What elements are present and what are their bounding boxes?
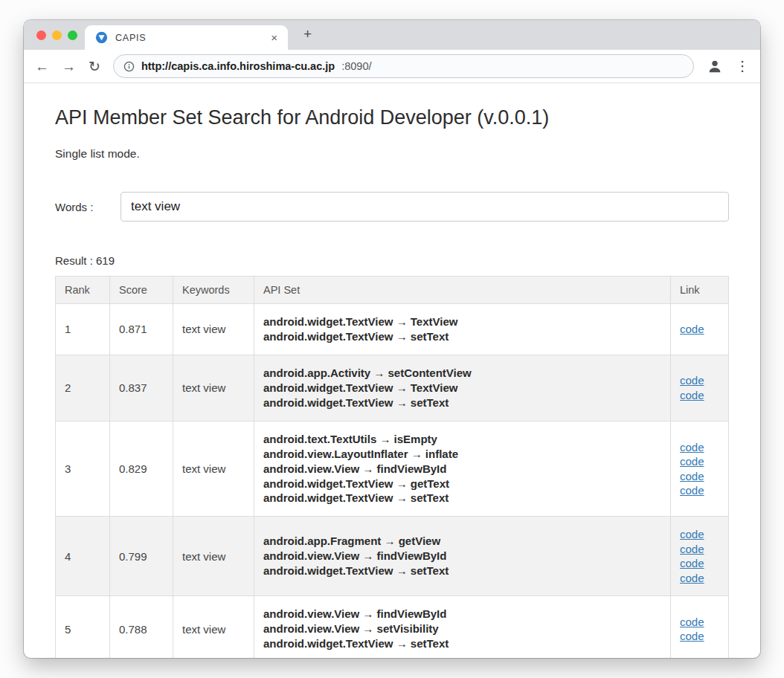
window-zoom-button[interactable] [68,30,77,40]
link-cell: code [671,304,729,355]
api-set-cell: android.app.Fragment → getView android.v… [254,517,671,596]
table-row: 3 0.829 text view android.text.TextUtils… [56,421,729,517]
link-cell: code code [671,596,729,658]
api-set-line: android.view.View → findViewById [263,549,661,564]
api-set-line: android.widget.TextView → setText [263,636,661,651]
api-set-line: android.widget.TextView → setText [263,564,661,578]
score-cell: 0.788 [110,596,173,658]
code-link[interactable]: code [680,322,719,337]
page-title: API Member Set Search for Android Develo… [55,106,729,129]
api-set-line: android.text.TextUtils → isEmpty [263,432,661,447]
table-row: 1 0.871 text view android.widget.TextVie… [56,304,729,355]
code-link[interactable]: code [680,483,719,498]
table-row: 5 0.788 text view android.view.View → fi… [56,596,729,658]
new-tab-button[interactable]: + [301,26,315,42]
code-link[interactable]: code [680,373,719,388]
code-link[interactable]: code [680,454,719,469]
link-cell: code code [671,355,729,421]
browser-window: CAPIS × + ← → ↻ http://capis.ca.info.hir… [24,20,760,658]
keywords-cell: text view [173,421,254,517]
result-count: Result : 619 [55,254,729,267]
site-info-icon[interactable] [123,61,135,72]
keywords-cell: text view [173,517,254,596]
code-link[interactable]: code [680,388,719,403]
browser-menu-icon[interactable]: ⋮ [736,59,749,73]
address-bar[interactable]: http://capis.ca.info.hiroshima-cu.ac.jp … [113,54,694,78]
col-header-rank: Rank [56,277,110,304]
api-set-line: android.widget.TextView → setText [263,396,661,410]
mode-text: Single list mode. [55,147,729,161]
search-form: Words : [55,192,729,222]
api-set-line: android.app.Activity → setContentView [263,366,661,381]
code-link[interactable]: code [680,629,719,644]
link-cell: code code code code [671,517,729,596]
api-set-cell: android.widget.TextView → TextView andro… [254,304,671,355]
api-set-line: android.view.View → setVisibility [263,622,661,636]
table-row: 4 0.799 text view android.app.Fragment →… [56,517,729,596]
api-set-line: android.view.View → findViewById [263,607,661,622]
table-row: 2 0.837 text view android.app.Activity →… [56,355,729,421]
code-link[interactable]: code [680,440,719,455]
score-cell: 0.837 [110,355,173,421]
url-port: :8090/ [341,60,371,72]
api-set-line: android.app.Fragment → getView [263,534,661,549]
capis-favicon-icon [95,31,108,44]
api-set-line: android.widget.TextView → getText [263,477,661,491]
api-set-cell: android.app.Activity → setContentView an… [254,355,671,421]
keywords-cell: text view [173,355,254,421]
tab-capis[interactable]: CAPIS × [85,25,288,50]
code-link[interactable]: code [680,615,719,630]
reload-button[interactable]: ↻ [89,59,100,74]
keywords-cell: text view [173,304,254,355]
api-set-line: android.view.View → findViewById [263,462,661,477]
results-table: Rank Score Keywords API Set Link 1 0.871… [55,276,729,658]
tab-close-icon[interactable]: × [268,31,280,44]
rank-cell: 2 [56,355,110,421]
score-cell: 0.799 [110,517,173,596]
api-set-line: android.widget.TextView → setText [263,491,661,506]
words-label: Words : [55,201,121,213]
code-link[interactable]: code [680,542,719,557]
col-header-score: Score [110,277,173,304]
url-host: http://capis.ca.info.hiroshima-cu.ac.jp [141,60,335,72]
window-minimize-button[interactable] [52,30,62,40]
forward-button[interactable]: → [62,59,76,74]
col-header-keywords: Keywords [173,277,254,304]
code-link[interactable]: code [680,527,719,542]
rank-cell: 4 [56,517,110,596]
words-input[interactable] [121,192,729,222]
code-link[interactable]: code [680,556,719,571]
score-cell: 0.829 [110,421,173,517]
rank-cell: 1 [56,304,110,355]
profile-avatar-icon[interactable] [707,58,723,74]
api-set-cell: android.text.TextUtils → isEmpty android… [254,421,671,517]
code-link[interactable]: code [680,469,719,484]
table-header-row: Rank Score Keywords API Set Link [56,277,729,304]
api-set-line: android.widget.TextView → TextView [263,381,661,396]
api-set-line: android.widget.TextView → TextView [263,314,661,329]
page-content: API Member Set Search for Android Develo… [24,106,760,658]
score-cell: 0.871 [110,304,173,355]
browser-toolbar: ← → ↻ http://capis.ca.info.hiroshima-cu.… [24,50,760,83]
window-controls [36,30,77,40]
col-header-link: Link [671,277,729,304]
code-link[interactable]: code [680,571,719,586]
api-set-line: android.view.LayoutInflater → inflate [263,447,661,462]
keywords-cell: text view [173,596,254,658]
tab-title: CAPIS [115,33,147,43]
api-set-cell: android.view.View → findViewById android… [254,596,671,658]
link-cell: code code code code [671,421,729,517]
col-header-api-set: API Set [254,277,671,304]
rank-cell: 3 [56,421,110,517]
back-button[interactable]: ← [35,59,49,74]
tab-strip: CAPIS × + [24,20,760,50]
api-set-line: android.widget.TextView → setText [263,329,661,344]
window-close-button[interactable] [36,30,46,40]
rank-cell: 5 [56,596,110,658]
